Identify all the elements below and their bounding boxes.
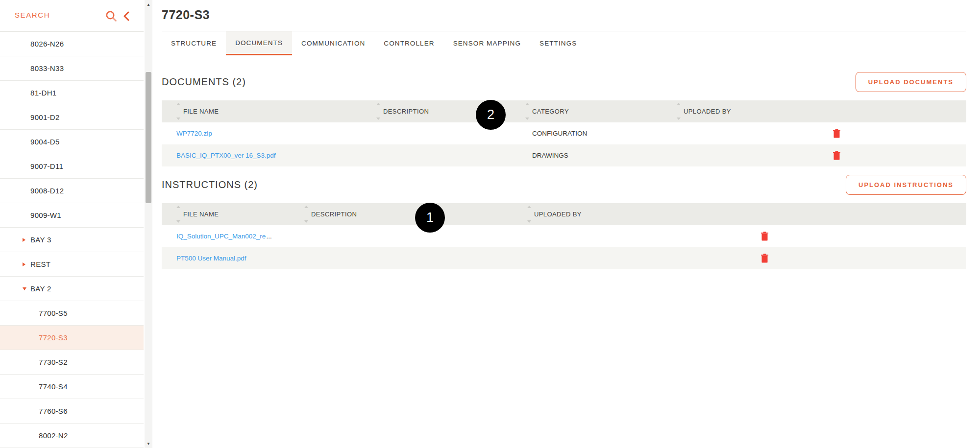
sort-arrows-icon[interactable] <box>176 206 180 223</box>
description-cell <box>376 144 525 166</box>
column-label: UPLOADED BY <box>534 211 582 218</box>
file-name-cell: IQ_Solution_UPC_Man002_re... <box>162 225 304 247</box>
scrollbar-thumb[interactable] <box>146 72 151 203</box>
scroll-up-arrow-icon[interactable]: ▲ <box>145 1 152 8</box>
expand-arrow-icon[interactable] <box>23 238 25 242</box>
instruction-row: PT500 User Manual.pdf <box>162 247 966 269</box>
description-cell <box>376 122 525 144</box>
documents-table: FILE NAME DESCRIPTION CATEGORY UPLOADED … <box>162 100 966 166</box>
sidebar-item-81-dh1[interactable]: 81-DH1 <box>0 81 144 105</box>
sidebar-item-label: 9007-D11 <box>30 162 63 170</box>
actions-cell <box>757 247 966 269</box>
column-header-uploaded-by[interactable]: UPLOADED BY <box>527 203 757 225</box>
tab-structure[interactable]: STRUCTURE <box>162 31 226 55</box>
sidebar-item-label: 7730-S2 <box>39 358 68 366</box>
sidebar-item-label: 81-DH1 <box>30 89 57 97</box>
delete-document-button[interactable] <box>833 129 840 138</box>
sidebar-item-9009-w1[interactable]: 9009-W1 <box>0 203 144 228</box>
category-cell: CONFIGURATION <box>525 122 677 144</box>
sidebar-item-9004-d5[interactable]: 9004-D5 <box>0 130 144 154</box>
sidebar-item-7720-s3-selected[interactable]: 7720-S3 <box>0 326 144 350</box>
sidebar-item-8002-n2[interactable]: 8002-N2 <box>0 424 144 448</box>
column-label: DESCRIPTION <box>383 108 429 115</box>
sort-arrows-icon[interactable] <box>525 103 529 120</box>
delete-instruction-button[interactable] <box>761 232 768 241</box>
scroll-down-arrow-icon[interactable]: ▼ <box>145 440 152 447</box>
sidebar-item-label: BAY 2 <box>30 284 51 293</box>
sidebar-item-7700-s5[interactable]: 7700-S5 <box>0 301 144 326</box>
description-cell <box>304 225 527 247</box>
actions-cell <box>757 225 966 247</box>
collapse-arrow-icon[interactable] <box>23 287 26 290</box>
sort-arrows-icon[interactable] <box>677 103 681 120</box>
sidebar-item-7760-s6[interactable]: 7760-S6 <box>0 399 144 424</box>
sidebar-search-header: SEARCH <box>0 0 144 32</box>
chevron-left-icon[interactable] <box>122 11 131 21</box>
truncation-ellipsis: ... <box>266 233 271 240</box>
instruction-row: IQ_Solution_UPC_Man002_re... <box>162 225 966 247</box>
expand-arrow-icon[interactable] <box>23 262 25 266</box>
file-name-cell: BASIC_IQ_PTX00_ver 16_S3.pdf <box>162 144 376 166</box>
upload-documents-button[interactable]: UPLOAD DOCUMENTS <box>856 72 966 92</box>
sidebar-item-label: 9001-D2 <box>30 113 60 121</box>
document-row: BASIC_IQ_PTX00_ver 16_S3.pdf DRAWINGS <box>162 144 966 166</box>
upload-instructions-button[interactable]: UPLOAD INSTRUCTIONS <box>846 175 966 195</box>
column-header-actions <box>757 203 966 225</box>
file-name-cell: WP7720.zip <box>162 122 376 144</box>
sort-arrows-icon[interactable] <box>376 103 380 120</box>
documents-table-header: FILE NAME DESCRIPTION CATEGORY UPLOADED … <box>162 100 966 122</box>
actions-cell <box>814 144 966 166</box>
sidebar-item-label: REST <box>30 260 50 268</box>
app-window: SEARCH 8026-N26 8033-N33 81-DH1 9001-D2 … <box>0 0 980 448</box>
sidebar-item-9008-d12[interactable]: 9008-D12 <box>0 179 144 203</box>
sidebar-item-8033-n33[interactable]: 8033-N33 <box>0 56 144 81</box>
sidebar-item-label: 7760-S6 <box>39 407 68 415</box>
sidebar-item-7740-s4[interactable]: 7740-S4 <box>0 375 144 399</box>
annotation-badge-1: 1 <box>415 203 445 233</box>
column-header-file-name[interactable]: FILE NAME <box>162 203 304 225</box>
sort-arrows-icon[interactable] <box>527 206 531 223</box>
column-header-uploaded-by[interactable]: UPLOADED BY <box>677 100 814 122</box>
sidebar-item-9007-d11[interactable]: 9007-D11 <box>0 154 144 179</box>
sidebar-item-7730-s2[interactable]: 7730-S2 <box>0 350 144 375</box>
actions-cell <box>814 122 966 144</box>
uploaded-by-cell <box>677 122 814 144</box>
tab-controller[interactable]: CONTROLLER <box>374 31 443 55</box>
delete-instruction-button[interactable] <box>761 254 768 263</box>
uploaded-by-cell <box>527 247 757 269</box>
tab-communication[interactable]: COMMUNICATION <box>292 31 374 55</box>
column-header-file-name[interactable]: FILE NAME <box>162 100 376 122</box>
sidebar-group-bay-2[interactable]: BAY 2 <box>0 277 144 301</box>
sidebar-item-label: 9004-D5 <box>30 138 60 146</box>
category-cell: DRAWINGS <box>525 144 677 166</box>
file-link[interactable]: BASIC_IQ_PTX00_ver 16_S3.pdf <box>176 152 276 159</box>
sort-arrows-icon[interactable] <box>304 206 308 223</box>
column-header-category[interactable]: CATEGORY <box>525 100 677 122</box>
sidebar-group-rest[interactable]: REST <box>0 252 144 277</box>
file-link[interactable]: PT500 User Manual.pdf <box>176 255 246 262</box>
delete-document-button[interactable] <box>833 151 840 160</box>
description-cell <box>304 247 527 269</box>
sidebar-item-8026-n26[interactable]: 8026-N26 <box>0 32 144 56</box>
sidebar: SEARCH 8026-N26 8033-N33 81-DH1 9001-D2 … <box>0 0 144 448</box>
sidebar-item-label: 8033-N33 <box>30 64 64 72</box>
sidebar-item-label: 7700-S5 <box>39 309 68 317</box>
sidebar-scrollbar[interactable]: ▲ ▼ <box>145 0 152 448</box>
search-label: SEARCH <box>15 11 50 19</box>
column-label: CATEGORY <box>532 108 569 115</box>
instructions-section-header: INSTRUCTIONS (2) UPLOAD INSTRUCTIONS <box>162 172 966 197</box>
sort-arrows-icon[interactable] <box>176 103 180 120</box>
sidebar-item-label: 9009-W1 <box>30 211 61 219</box>
column-label: DESCRIPTION <box>311 211 357 218</box>
tab-settings[interactable]: SETTINGS <box>530 31 586 55</box>
documents-section-header: DOCUMENTS (2) UPLOAD DOCUMENTS <box>162 70 966 94</box>
tab-documents[interactable]: DOCUMENTS <box>226 31 292 55</box>
instructions-heading: INSTRUCTIONS (2) <box>162 179 258 190</box>
uploaded-by-cell <box>677 144 814 166</box>
file-link[interactable]: IQ_Solution_UPC_Man002_re <box>176 233 266 240</box>
search-icon[interactable] <box>105 10 118 23</box>
sidebar-group-bay-3[interactable]: BAY 3 <box>0 228 144 252</box>
sidebar-item-9001-d2[interactable]: 9001-D2 <box>0 105 144 130</box>
file-link[interactable]: WP7720.zip <box>176 130 212 137</box>
tab-sensor-mapping[interactable]: SENSOR MAPPING <box>444 31 530 55</box>
